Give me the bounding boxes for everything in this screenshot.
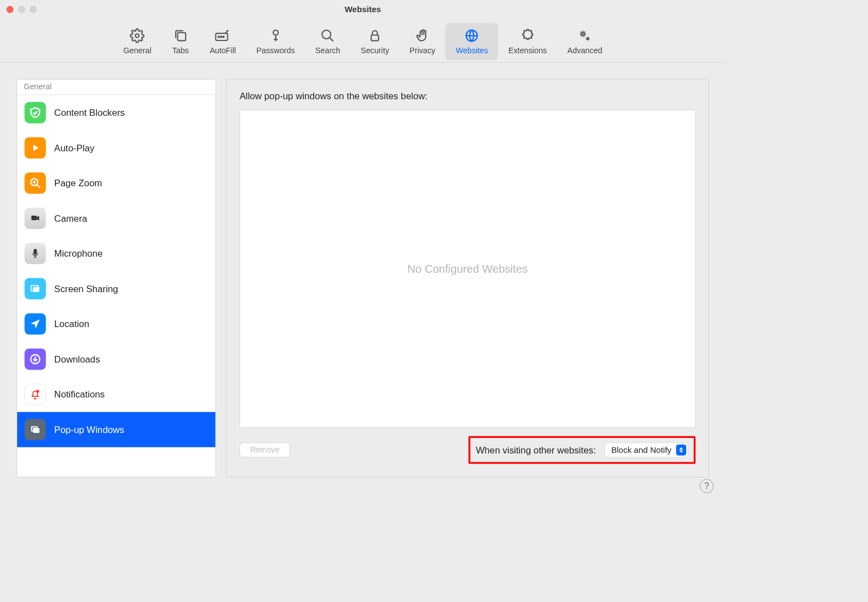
tab-label: Privacy xyxy=(410,47,436,56)
lock-icon xyxy=(366,27,384,44)
tab-label: Advanced xyxy=(567,47,602,56)
sidebar-item-label: Downloads xyxy=(54,354,100,364)
sidebar-item-screen-sharing[interactable]: Screen Sharing xyxy=(17,271,216,307)
tab-label: Passwords xyxy=(257,47,295,56)
shield-check-icon xyxy=(24,102,45,123)
sidebar-item-label: Notifications xyxy=(54,389,105,400)
svg-rect-8 xyxy=(371,35,379,40)
zoom-plus-icon xyxy=(24,172,45,193)
sidebar-item-label: Page Zoom xyxy=(54,178,102,188)
websites-listbox[interactable]: No Configured Websites xyxy=(239,110,696,427)
website-categories-sidebar: General Content Blockers Auto-Play Page … xyxy=(17,79,216,477)
other-websites-label: When visiting other websites: xyxy=(476,445,596,455)
download-icon xyxy=(24,349,45,370)
sidebar-item-label: Screen Sharing xyxy=(54,283,118,294)
svg-point-10 xyxy=(582,33,584,35)
tab-general[interactable]: General xyxy=(113,23,161,60)
svg-point-7 xyxy=(322,30,331,39)
tab-label: General xyxy=(123,47,151,56)
gear-icon xyxy=(129,27,146,44)
sidebar-item-content-blockers[interactable]: Content Blockers xyxy=(17,95,216,130)
empty-state-text: No Configured Websites xyxy=(407,262,528,275)
question-mark-icon: ? xyxy=(704,481,709,491)
sidebar-item-label: Auto-Play xyxy=(54,142,94,153)
svg-rect-16 xyxy=(33,287,39,292)
bell-icon xyxy=(24,384,45,405)
tab-privacy[interactable]: Privacy xyxy=(399,23,445,60)
other-websites-select[interactable]: Block and Notify xyxy=(604,442,688,457)
gears-icon xyxy=(576,27,594,44)
camera-icon xyxy=(24,208,45,229)
sidebar-item-microphone[interactable]: Microphone xyxy=(17,236,216,272)
play-icon xyxy=(24,137,45,158)
hand-icon xyxy=(413,27,431,44)
sidebar-item-page-zoom[interactable]: Page Zoom xyxy=(17,165,216,201)
tab-autofill[interactable]: AutoFill xyxy=(200,23,246,60)
help-button[interactable]: ? xyxy=(699,479,713,493)
panel-footer: Remove When visiting other websites: Blo… xyxy=(239,436,696,464)
svg-point-0 xyxy=(135,34,139,38)
content-area: General Content Blockers Auto-Play Page … xyxy=(0,63,726,494)
location-arrow-icon xyxy=(24,313,45,334)
titlebar: Websites xyxy=(0,0,726,18)
puzzle-icon xyxy=(519,27,537,44)
tabs-icon xyxy=(172,27,190,44)
sidebar-item-label: Location xyxy=(54,319,89,329)
svg-point-4 xyxy=(221,36,222,37)
preferences-window: Websites General Tabs AutoFill Passwords xyxy=(0,0,726,503)
svg-point-3 xyxy=(218,36,219,37)
chevron-up-down-icon xyxy=(676,445,686,456)
main-heading: Allow pop-up windows on the websites bel… xyxy=(239,91,696,101)
sidebar-item-label: Pop-up Windows xyxy=(54,424,124,435)
tab-security[interactable]: Security xyxy=(350,23,399,60)
tab-search[interactable]: Search xyxy=(305,23,350,60)
search-icon xyxy=(319,27,336,44)
tab-label: Security xyxy=(361,47,389,56)
sidebar-item-label: Microphone xyxy=(54,248,103,259)
highlight-annotation: When visiting other websites: Block and … xyxy=(468,436,696,464)
tab-websites[interactable]: Websites xyxy=(446,23,498,60)
microphone-icon xyxy=(24,243,45,264)
sidebar-item-label: Content Blockers xyxy=(54,108,125,118)
window-title: Websites xyxy=(0,4,726,14)
tab-label: Search xyxy=(315,47,340,56)
sidebar-item-auto-play[interactable]: Auto-Play xyxy=(17,130,216,166)
select-value: Block and Notify xyxy=(611,445,672,455)
sidebar-item-location[interactable]: Location xyxy=(17,307,216,342)
sidebar-item-notifications[interactable]: Notifications xyxy=(17,377,216,412)
sidebar-item-camera[interactable]: Camera xyxy=(17,201,216,236)
sidebar-item-downloads[interactable]: Downloads xyxy=(17,341,216,377)
svg-rect-13 xyxy=(32,216,37,220)
svg-point-6 xyxy=(273,30,278,35)
sidebar-item-label: Camera xyxy=(54,213,87,223)
svg-rect-14 xyxy=(34,249,37,254)
tab-label: AutoFill xyxy=(210,47,236,56)
sidebar-item-popup-windows[interactable]: Pop-up Windows xyxy=(17,412,216,447)
globe-icon xyxy=(463,27,481,44)
tab-label: Websites xyxy=(456,47,488,56)
tab-label: Tabs xyxy=(172,47,189,56)
tab-advanced[interactable]: Advanced xyxy=(557,23,612,60)
autofill-icon xyxy=(214,27,232,44)
sidebar-header: General xyxy=(17,80,216,95)
tab-passwords[interactable]: Passwords xyxy=(246,23,305,60)
tab-label: Extensions xyxy=(508,47,547,56)
popup-windows-icon xyxy=(24,419,45,440)
svg-point-11 xyxy=(587,38,589,39)
svg-rect-1 xyxy=(177,33,185,40)
preferences-toolbar: General Tabs AutoFill Passwords Search xyxy=(0,18,726,62)
remove-button[interactable]: Remove xyxy=(239,442,290,457)
key-icon xyxy=(267,27,284,44)
svg-point-18 xyxy=(36,390,39,392)
tab-tabs[interactable]: Tabs xyxy=(161,23,200,60)
screen-sharing-icon xyxy=(24,278,45,299)
svg-point-5 xyxy=(223,36,224,37)
svg-rect-20 xyxy=(33,428,39,433)
main-panel: Allow pop-up windows on the websites bel… xyxy=(226,79,709,477)
tab-extensions[interactable]: Extensions xyxy=(498,23,557,60)
